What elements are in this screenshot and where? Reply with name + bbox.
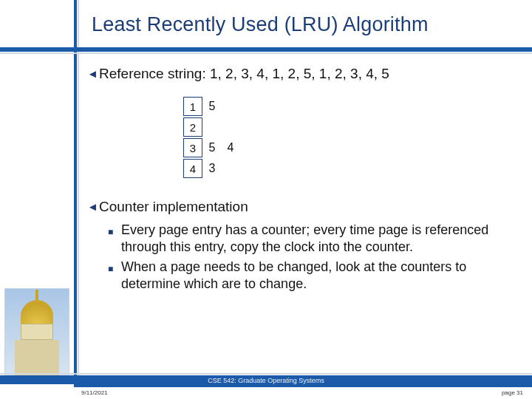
content: ◄ Reference string: 1, 2, 3, 4, 1, 2, 5,…	[87, 65, 516, 296]
dome-drum	[21, 324, 53, 340]
footer-course: CSE 542: Graduate Operating Systems	[0, 377, 532, 384]
bullet-marker-icon: ◄	[87, 198, 99, 216]
slide: Least Recently Used (LRU) Algorithm ◄ Re…	[0, 0, 532, 399]
frame-cell: 1	[183, 97, 202, 116]
footer-page: page 31	[502, 389, 523, 396]
frame-beside: 5	[209, 100, 216, 113]
rail-bar-inner	[78, 0, 79, 399]
sub-bullet: ■ When a page needs to be changed, look …	[108, 259, 516, 293]
sub-bullet-marker-icon: ■	[108, 222, 121, 241]
sub-bullet-marker-icon: ■	[108, 259, 121, 278]
footer-strip	[0, 387, 532, 399]
footer-bar-shadow	[0, 373, 532, 375]
sub-bullet: ■ Every page entry has a counter; every …	[108, 222, 516, 256]
bullet-marker-icon: ◄	[87, 65, 99, 83]
header-bar-shadow	[0, 52, 532, 54]
sub-bullet-text: When a page needs to be changed, look at…	[121, 259, 516, 293]
bullet-ref-string: ◄ Reference string: 1, 2, 3, 4, 1, 2, 5,…	[87, 65, 516, 83]
bullet-counter-impl: ◄ Counter implementation	[87, 198, 516, 216]
frame-cell: 3	[183, 138, 202, 157]
frame-cell: 2	[183, 117, 202, 137]
frame-beside-val: 5	[209, 141, 216, 154]
dome-base	[15, 340, 59, 377]
frame-beside-val: 4	[227, 141, 233, 154]
frame-cell: 4	[183, 159, 202, 178]
frame-row: 2	[183, 117, 516, 137]
frame-table: 1 5 2 3 5 4 4 3	[183, 96, 516, 179]
frame-beside: 5 4	[209, 141, 234, 154]
frame-beside: 3	[209, 162, 216, 175]
frame-row: 3 5 4	[183, 137, 516, 158]
rail-bar	[74, 0, 77, 399]
page-title: Least Recently Used (LRU) Algorithm	[92, 13, 429, 36]
dome-image	[4, 288, 69, 377]
header-bar	[0, 47, 532, 52]
footer-leftcover	[0, 384, 74, 399]
frame-beside-val: 3	[209, 162, 216, 175]
sub-bullets: ■ Every page entry has a counter; every …	[87, 222, 516, 293]
footer-date: 9/11/2021	[81, 389, 108, 396]
frame-row: 4 3	[183, 158, 516, 179]
counter-heading: Counter implementation	[99, 198, 516, 216]
ref-string-text: Reference string: 1, 2, 3, 4, 1, 2, 5, 1…	[99, 65, 516, 83]
frame-beside-val: 5	[209, 100, 216, 113]
dome-spire	[35, 290, 38, 300]
frame-row: 1 5	[183, 96, 516, 117]
sub-bullet-text: Every page entry has a counter; every ti…	[121, 222, 516, 256]
